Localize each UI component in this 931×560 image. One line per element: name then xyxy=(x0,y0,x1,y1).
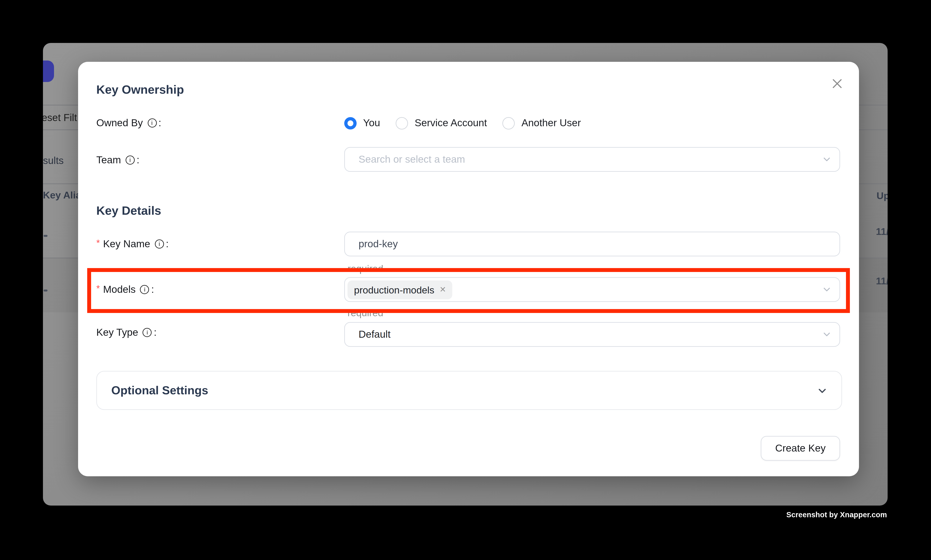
table-cell-dash xyxy=(44,235,48,237)
owned-by-radio-group: You Service Account Another User xyxy=(344,116,581,130)
xnapper-watermark: Screenshot by Xnapper.com xyxy=(786,511,887,518)
chevron-down-icon xyxy=(817,386,827,395)
radio-option-you[interactable]: You xyxy=(344,117,380,129)
optional-settings-title: Optional Settings xyxy=(111,384,208,397)
models-select[interactable]: production-models ✕ xyxy=(344,277,840,302)
key-name-label: * Key Name i : xyxy=(96,237,169,251)
close-button[interactable] xyxy=(828,75,845,92)
required-asterisk: * xyxy=(96,283,100,294)
radio-label: Another User xyxy=(522,117,581,129)
key-name-field[interactable] xyxy=(344,232,840,256)
optional-settings-expander[interactable]: Optional Settings xyxy=(96,371,842,410)
key-name-required-hint: required xyxy=(348,263,383,274)
required-asterisk: * xyxy=(96,237,100,248)
chevron-down-icon xyxy=(823,285,831,294)
team-label: Team i : xyxy=(96,153,140,167)
info-icon[interactable]: i xyxy=(143,328,152,337)
table-cell-dash xyxy=(44,289,48,291)
owned-by-label-text: Owned By xyxy=(96,117,143,129)
key-type-select[interactable]: Default xyxy=(344,322,840,347)
label-colon: : xyxy=(151,284,154,295)
radio-unselected-icon xyxy=(503,117,515,129)
team-search-input[interactable] xyxy=(345,148,775,171)
section-title-key-details: Key Details xyxy=(96,204,161,218)
create-key-button[interactable]: Create Key xyxy=(761,436,840,461)
key-type-label-text: Key Type xyxy=(96,327,138,338)
updated-column-header-fragment: Up xyxy=(877,190,888,201)
info-icon[interactable]: i xyxy=(140,285,149,294)
chevron-down-icon xyxy=(823,155,831,164)
label-colon: : xyxy=(137,154,140,166)
label-colon: : xyxy=(154,327,157,338)
radio-selected-icon xyxy=(344,117,357,129)
key-name-label-text: Key Name xyxy=(103,238,150,250)
reset-filters-button-fragment: eset Filt xyxy=(43,112,77,124)
table-row-date-fragment: 11/ xyxy=(876,226,888,237)
close-icon xyxy=(831,78,842,89)
team-select[interactable] xyxy=(344,147,840,172)
model-tag-label: production-models xyxy=(354,284,434,295)
radio-label: You xyxy=(363,117,380,129)
key-type-value: Default xyxy=(345,329,391,340)
selected-model-tag: production-models ✕ xyxy=(348,280,452,299)
table-row-date-fragment: 11/ xyxy=(876,275,888,286)
label-colon: : xyxy=(166,238,169,250)
tag-remove-icon[interactable]: ✕ xyxy=(440,286,446,294)
create-key-modal: Key Ownership Owned By i : You Service A… xyxy=(78,62,859,476)
models-required-hint: required xyxy=(348,307,383,318)
label-colon: : xyxy=(159,117,162,129)
radio-unselected-icon xyxy=(395,117,408,129)
radio-option-another-user[interactable]: Another User xyxy=(503,117,581,129)
info-icon[interactable]: i xyxy=(155,240,164,249)
owned-by-label: Owned By i : xyxy=(96,116,161,130)
models-label: * Models i : xyxy=(96,282,154,297)
radio-label: Service Account xyxy=(414,117,487,129)
section-title-key-ownership: Key Ownership xyxy=(96,83,184,97)
info-icon[interactable]: i xyxy=(126,155,135,165)
key-name-input[interactable] xyxy=(345,233,775,255)
key-type-label: Key Type i : xyxy=(96,325,157,340)
team-label-text: Team xyxy=(96,154,121,166)
key-alias-column-header-fragment: Key Alia xyxy=(43,189,81,200)
radio-option-service-account[interactable]: Service Account xyxy=(395,117,487,129)
results-count-fragment: sults xyxy=(43,155,64,166)
clipped-primary-button xyxy=(43,60,54,82)
screenshot-stage: eset Filt sults Key Alia Up 11/ 11/ Key … xyxy=(0,0,931,560)
models-label-text: Models xyxy=(103,284,135,295)
info-icon[interactable]: i xyxy=(148,118,157,128)
chevron-down-icon xyxy=(823,330,831,339)
